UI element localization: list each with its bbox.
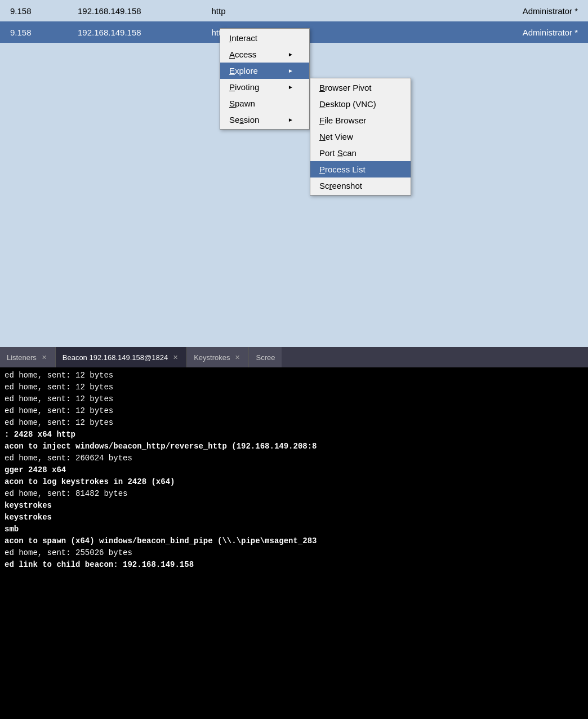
console-line: acon to spawn (x64) windows/beacon_bind_…	[5, 535, 583, 547]
cell-proto: http	[185, 6, 252, 16]
menu-item-spawn[interactable]: Spawn	[220, 95, 309, 112]
access-arrow-icon: ►	[288, 51, 293, 57]
console-line: keystrokes	[5, 512, 583, 523]
console-line: ed home, sent: 12 bytes	[5, 417, 583, 429]
tabs-bar: Listeners ✕ Beacon 192.168.149.158@1824 …	[0, 347, 588, 367]
menu-item-interact-label: Interact	[229, 33, 257, 43]
console-line: smb	[5, 523, 583, 535]
menu-item-net-view-label: Net View	[319, 132, 353, 141]
console-line: ed home, sent: 12 bytes	[5, 393, 583, 405]
explore-submenu: Browser Pivot Desktop (VNC) File Browser…	[310, 78, 411, 196]
console-line: ed home, sent: 81482 bytes	[5, 488, 583, 500]
beacon-table: 9.158 192.168.149.158 http Administrator…	[0, 0, 588, 327]
menu-item-explore[interactable]: Explore ►	[220, 63, 309, 79]
cell-ip-full: 192.168.149.158	[72, 28, 185, 37]
menu-item-process-list-label: Process List	[319, 165, 366, 174]
console-line: : 2428 x64 http	[5, 429, 583, 441]
tab-listeners-close[interactable]: ✕	[40, 353, 48, 362]
tab-beacon-close[interactable]: ✕	[171, 353, 180, 362]
menu-item-pivoting-label: Pivoting	[229, 82, 259, 92]
menu-item-explore-label: Explore	[229, 66, 258, 76]
menu-item-net-view[interactable]: Net View	[310, 128, 411, 145]
menu-item-desktop-vnc-label: Desktop (VNC)	[319, 99, 376, 109]
menu-item-session-label: Session	[229, 115, 259, 125]
tab-beacon-label: Beacon 192.168.149.158@1824	[63, 353, 168, 362]
explore-arrow-icon: ►	[288, 68, 293, 74]
context-menu: Interact Access ► Explore ► Pivoting ► S…	[220, 28, 310, 130]
cell-ip-short: 9.158	[5, 28, 72, 37]
session-arrow-icon: ►	[288, 117, 293, 123]
menu-item-pivoting[interactable]: Pivoting ►	[220, 79, 309, 95]
menu-item-interact[interactable]: Interact	[220, 30, 309, 46]
menu-item-access[interactable]: Access ►	[220, 46, 309, 63]
menu-item-screenshot[interactable]: Screenshot	[310, 177, 411, 194]
menu-item-browser-pivot-label: Browser Pivot	[319, 83, 372, 92]
tab-keystrokes[interactable]: Keystrokes ✕	[187, 347, 249, 367]
console-line: acon to log keystrokes in 2428 (x64)	[5, 476, 583, 488]
menu-item-desktop-vnc[interactable]: Desktop (VNC)	[310, 96, 411, 112]
context-menu-container: Interact Access ► Explore ► Pivoting ► S…	[220, 28, 310, 130]
menu-item-session[interactable]: Session ►	[220, 112, 309, 128]
tab-keystrokes-close[interactable]: ✕	[233, 353, 242, 362]
cell-admin: Administrator *	[471, 28, 583, 37]
console-line: gger 2428 x64	[5, 464, 583, 476]
cell-admin: Administrator *	[471, 6, 583, 16]
menu-item-access-label: Access	[229, 50, 256, 59]
console-output: ed home, sent: 12 bytes ed home, sent: 1…	[0, 367, 588, 719]
bottom-panel: Listeners ✕ Beacon 192.168.149.158@1824 …	[0, 347, 588, 719]
tab-listeners-label: Listeners	[7, 353, 37, 362]
cell-ip-short: 9.158	[5, 6, 72, 16]
menu-item-browser-pivot[interactable]: Browser Pivot	[310, 79, 411, 96]
console-line: ed home, sent: 12 bytes	[5, 381, 583, 393]
menu-item-port-scan[interactable]: Port Scan	[310, 145, 411, 161]
tab-beacon[interactable]: Beacon 192.168.149.158@1824 ✕	[56, 347, 187, 367]
tab-scree-label: Scree	[256, 353, 275, 362]
console-line: ed home, sent: 12 bytes	[5, 405, 583, 417]
menu-item-spawn-label: Spawn	[229, 99, 255, 108]
menu-item-file-browser-label: File Browser	[319, 116, 366, 125]
console-line: acon to inject windows/beacon_http/rever…	[5, 441, 583, 452]
pivoting-arrow-icon: ►	[288, 84, 293, 90]
table-row[interactable]: 9.158 192.168.149.158 http Administrator…	[0, 0, 588, 21]
cell-ip-full: 192.168.149.158	[72, 6, 185, 16]
tab-keystrokes-label: Keystrokes	[194, 353, 230, 362]
console-line: ed home, sent: 255026 bytes	[5, 547, 583, 559]
console-line: ed home, sent: 260624 bytes	[5, 452, 583, 464]
console-line: ed home, sent: 12 bytes	[5, 370, 583, 381]
console-line: ed link to child beacon: 192.168.149.158	[5, 559, 583, 571]
console-line: keystrokes	[5, 500, 583, 512]
tab-scree[interactable]: Scree	[249, 347, 282, 367]
menu-item-port-scan-label: Port Scan	[319, 148, 357, 158]
menu-item-file-browser[interactable]: File Browser	[310, 112, 411, 128]
tab-listeners[interactable]: Listeners ✕	[0, 347, 56, 367]
menu-item-screenshot-label: Screenshot	[319, 181, 362, 190]
menu-item-process-list[interactable]: Process List	[310, 161, 411, 177]
